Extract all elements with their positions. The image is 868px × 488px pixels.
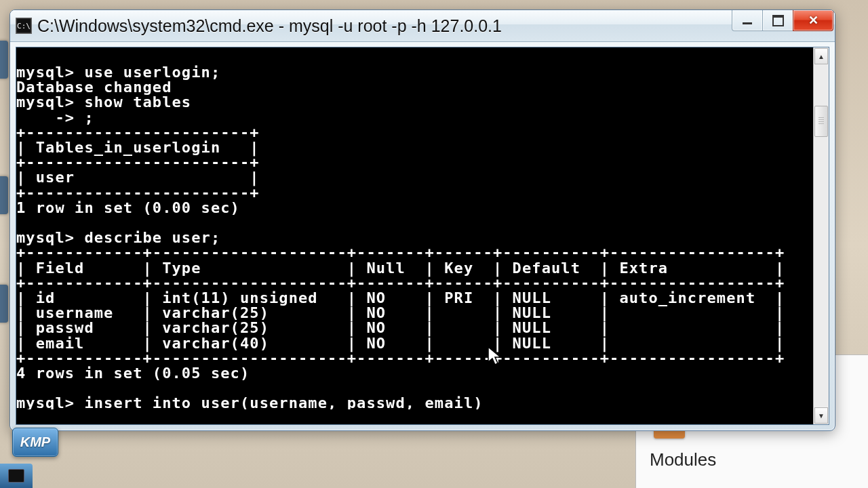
- scroll-track[interactable]: [814, 65, 829, 407]
- cmd-window: C:\ C:\Windows\system32\cmd.exe - mysql …: [9, 9, 835, 431]
- scroll-down-button[interactable]: ▼: [814, 407, 828, 424]
- client-area: mysql> use userlogin; Database changed m…: [16, 47, 829, 425]
- vertical-scrollbar[interactable]: ▲ ▼: [813, 47, 829, 424]
- kmp-taskbar-icon[interactable]: KMP: [12, 428, 58, 457]
- bg-label: Modules: [650, 449, 868, 470]
- scroll-up-button[interactable]: ▲: [814, 48, 828, 64]
- close-button[interactable]: ✕: [793, 10, 833, 31]
- cmd-icon: C:\: [16, 18, 32, 34]
- taskbar-item[interactable]: [0, 464, 33, 488]
- scroll-thumb[interactable]: [814, 106, 828, 137]
- window-title: C:\Windows\system32\cmd.exe - mysql -u r…: [37, 16, 502, 36]
- terminal-output[interactable]: mysql> use userlogin; Database changed m…: [16, 62, 813, 409]
- desktop-icon-partial: [0, 176, 8, 214]
- titlebar[interactable]: C:\ C:\Windows\system32\cmd.exe - mysql …: [10, 10, 835, 42]
- minimize-button[interactable]: [732, 10, 763, 31]
- maximize-button[interactable]: [762, 10, 793, 31]
- close-icon: ✕: [808, 14, 818, 26]
- desktop-icon-partial: [0, 285, 8, 323]
- desktop: plicat rol Pa \ Friends E Modules C:\ C:…: [0, 0, 868, 488]
- desktop-icon-partial: [0, 41, 8, 79]
